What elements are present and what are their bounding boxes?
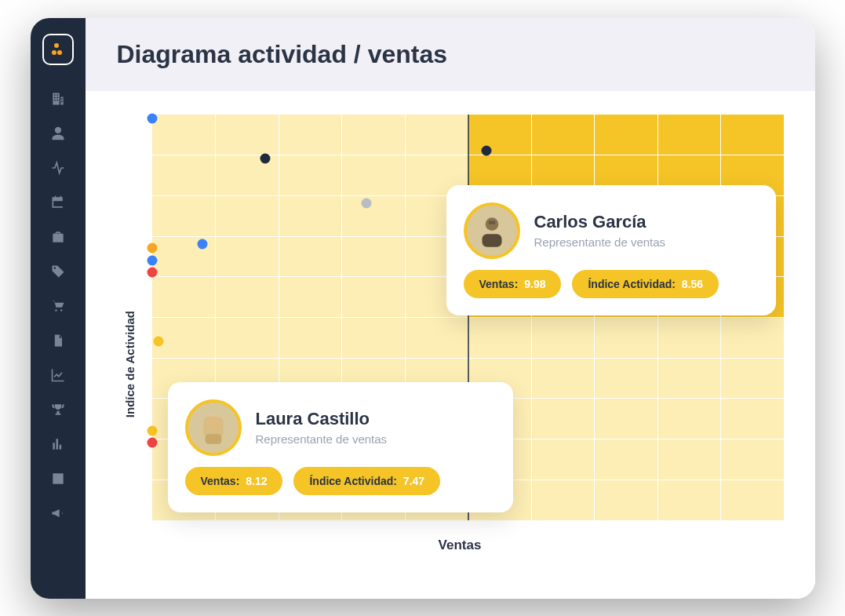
x-axis-label: Ventas [439, 538, 482, 553]
svg-rect-2 [488, 221, 494, 224]
nav-tag-icon[interactable] [49, 263, 67, 280]
logo-icon [52, 43, 64, 56]
data-point[interactable] [147, 243, 157, 253]
nav-megaphone-icon[interactable] [49, 505, 67, 522]
nav-user-icon[interactable] [49, 125, 67, 142]
pill-indice: Índice Actividad: 7.47 [293, 467, 440, 495]
card-name: Laura Castillo [256, 409, 388, 429]
data-point[interactable] [260, 154, 271, 164]
sidebar [31, 18, 86, 599]
nav-activity-icon[interactable] [49, 159, 67, 177]
nav-briefcase-icon[interactable] [49, 228, 67, 246]
page-header: Diagrama actividad / ventas [86, 18, 815, 91]
page-title: Diagrama actividad / ventas [117, 40, 784, 69]
data-point[interactable] [197, 239, 207, 249]
tooltip-card-carlos: Carlos García Representante de ventas Ve… [446, 185, 776, 315]
nav-company-icon[interactable] [49, 90, 67, 108]
avatar [464, 202, 520, 259]
data-point[interactable] [147, 268, 157, 278]
pill-ventas: Ventas: 8.12 [185, 467, 283, 495]
nav-document-icon[interactable] [49, 332, 67, 349]
scatter-plot[interactable]: Ventas Carlos García Representante de ve… [137, 115, 784, 567]
data-point[interactable] [153, 337, 163, 347]
y-axis-label: Indíce de Actividad [117, 264, 137, 417]
data-point[interactable] [362, 199, 372, 209]
data-point[interactable] [147, 438, 157, 448]
pill-ventas: Ventas: 9.98 [464, 270, 562, 298]
data-point[interactable] [482, 146, 492, 156]
nav-analytics-icon[interactable] [49, 470, 67, 487]
svg-point-0 [485, 217, 498, 231]
app-logo[interactable] [42, 34, 74, 65]
tooltip-card-laura: Laura Castillo Representante de ventas V… [168, 382, 513, 512]
card-role: Representante de ventas [534, 235, 666, 249]
nav-calendar-icon[interactable] [49, 194, 67, 211]
pill-indice: Índice Actividad: 8.56 [572, 270, 719, 298]
nav-trophy-icon[interactable] [49, 401, 67, 418]
svg-rect-1 [482, 234, 501, 247]
data-point[interactable] [147, 255, 157, 265]
main-content: Diagrama actividad / ventas Indíce de Ac… [86, 18, 815, 599]
nav-bars-icon[interactable] [49, 436, 67, 453]
card-name: Carlos García [534, 212, 666, 232]
app-window: Diagrama actividad / ventas Indíce de Ac… [31, 18, 815, 599]
avatar [185, 399, 242, 456]
nav-cart-icon[interactable] [49, 297, 67, 315]
card-role: Representante de ventas [256, 432, 388, 446]
nav-chart-line-icon[interactable] [49, 366, 67, 384]
chart-area: Indíce de Actividad Ventas [86, 91, 815, 599]
data-point[interactable] [147, 113, 157, 123]
svg-rect-4 [205, 434, 221, 444]
data-point[interactable] [147, 425, 157, 436]
